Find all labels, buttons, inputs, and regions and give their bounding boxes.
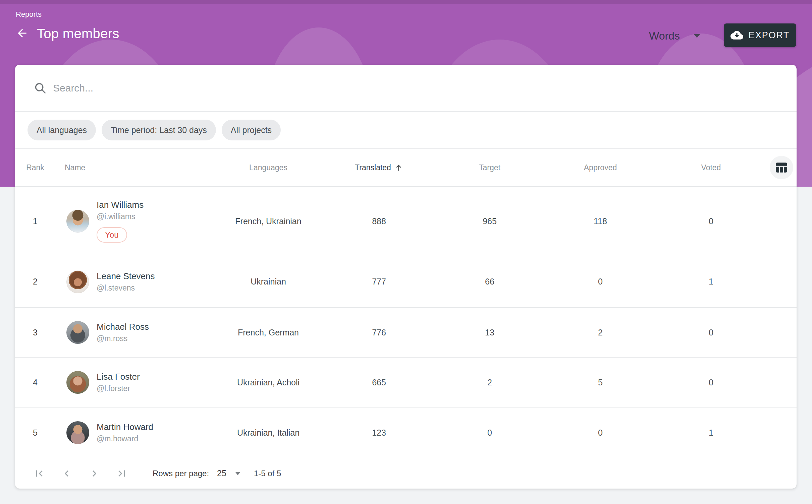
table-row[interactable]: 2 Leane Stevens @l.stevens Ukrainian 777…	[15, 256, 797, 307]
search-icon	[34, 81, 47, 95]
arrow-left-icon	[16, 27, 29, 41]
avatar	[66, 210, 89, 233]
member-name[interactable]: Lisa Foster	[97, 372, 140, 382]
member-approved: 2	[545, 328, 656, 337]
page-title: Top members	[37, 26, 119, 41]
first-page-icon	[33, 467, 46, 480]
column-header-target[interactable]: Target	[434, 163, 545, 172]
member-languages: Ukrainian, Italian	[213, 428, 324, 438]
pagination-range: 1-5 of 5	[254, 469, 281, 478]
member-handle: @m.ross	[97, 334, 127, 343]
member-translated: 776	[324, 328, 434, 337]
member-name[interactable]: Michael Ross	[97, 322, 149, 332]
member-languages: French, German	[213, 328, 324, 337]
member-handle: @m.howard	[97, 434, 138, 443]
filter-chip-projects[interactable]: All projects	[222, 120, 281, 140]
report-unit-value: Words	[649, 30, 680, 42]
table-row[interactable]: 1 Ian Williams @i.williams You French, U…	[15, 187, 797, 256]
report-unit-selector[interactable]: Words	[649, 26, 700, 46]
column-header-translated-label: Translated	[355, 163, 391, 172]
pagination-bar: Rows per page: 25 1-5 of 5	[15, 458, 797, 489]
member-name[interactable]: Martin Howard	[97, 422, 153, 432]
rows-per-page-label: Rows per page:	[153, 469, 209, 478]
avatar	[66, 270, 89, 293]
avatar	[66, 421, 89, 444]
rows-per-page-value: 25	[217, 468, 226, 478]
table-columns-icon	[774, 160, 789, 175]
chevron-left-icon	[60, 467, 73, 480]
filter-chip-languages[interactable]: All languages	[28, 120, 96, 140]
member-handle: @l.forster	[97, 384, 130, 393]
member-approved: 5	[545, 378, 656, 387]
member-target: 965	[434, 216, 545, 226]
rows-per-page-select[interactable]: 25	[217, 468, 240, 478]
table-row[interactable]: 5 Martin Howard @m.howard Ukrainian, Ita…	[15, 407, 797, 458]
column-settings-button[interactable]	[770, 156, 793, 179]
member-translated: 888	[324, 216, 434, 226]
member-languages: Ukrainian, Acholi	[213, 378, 324, 387]
chevron-right-icon	[88, 467, 101, 480]
column-header-voted[interactable]: Voted	[656, 163, 766, 172]
sort-arrow-up-icon	[394, 163, 403, 172]
member-voted: 0	[656, 216, 766, 226]
member-target: 13	[434, 328, 545, 337]
member-translated: 777	[324, 277, 434, 287]
member-voted: 1	[656, 428, 766, 438]
column-header-approved[interactable]: Approved	[545, 163, 656, 172]
member-translated: 665	[324, 378, 434, 387]
last-page-icon	[115, 467, 128, 480]
member-rank: 2	[15, 277, 55, 287]
column-header-rank: Rank	[15, 163, 55, 172]
member-languages: French, Ukrainian	[213, 216, 324, 226]
member-handle: @i.williams	[97, 212, 135, 221]
member-rank: 5	[15, 428, 55, 438]
member-rank: 3	[15, 328, 55, 337]
last-page-button[interactable]	[115, 467, 128, 480]
avatar	[66, 321, 89, 344]
export-button[interactable]: EXPORT	[724, 23, 796, 47]
member-voted: 0	[656, 378, 766, 387]
column-header-name: Name	[55, 163, 213, 172]
column-header-languages: Languages	[213, 163, 324, 172]
previous-page-button[interactable]	[60, 467, 73, 480]
member-rank: 4	[15, 378, 55, 387]
chevron-down-icon	[235, 472, 240, 475]
report-card: All languages Time period: Last 30 days …	[15, 65, 797, 489]
member-target: 2	[434, 378, 545, 387]
next-page-button[interactable]	[88, 467, 101, 480]
you-badge: You	[97, 227, 127, 243]
top-strip	[0, 0, 812, 4]
member-approved: 118	[545, 216, 656, 226]
member-rank: 1	[15, 216, 55, 226]
search-input[interactable]	[53, 78, 797, 98]
member-handle: @l.stevens	[97, 284, 135, 293]
breadcrumb[interactable]: Reports	[16, 10, 42, 19]
member-name[interactable]: Ian Williams	[97, 200, 144, 210]
filter-chip-time-period[interactable]: Time period: Last 30 days	[102, 120, 216, 140]
filter-bar: All languages Time period: Last 30 days …	[15, 112, 797, 148]
first-page-button[interactable]	[33, 467, 46, 480]
member-target: 66	[434, 277, 545, 287]
member-translated: 123	[324, 428, 434, 438]
member-name[interactable]: Leane Stevens	[97, 271, 155, 281]
chevron-down-icon	[694, 34, 700, 38]
table-header: Rank Name Languages Translated Target Ap…	[15, 149, 797, 186]
back-button[interactable]	[15, 26, 30, 41]
table-row[interactable]: 3 Michael Ross @m.ross French, German 77…	[15, 308, 797, 357]
member-approved: 0	[545, 428, 656, 438]
member-approved: 0	[545, 277, 656, 287]
member-voted: 1	[656, 277, 766, 287]
cloud-download-icon	[730, 29, 743, 42]
table-row[interactable]: 4 Lisa Foster @l.forster Ukrainian, Acho…	[15, 358, 797, 407]
export-button-label: EXPORT	[749, 30, 790, 41]
member-voted: 0	[656, 328, 766, 337]
column-header-translated[interactable]: Translated	[324, 163, 434, 172]
avatar	[66, 371, 89, 394]
search-bar	[15, 65, 797, 111]
member-target: 0	[434, 428, 545, 438]
member-languages: Ukrainian	[213, 277, 324, 287]
